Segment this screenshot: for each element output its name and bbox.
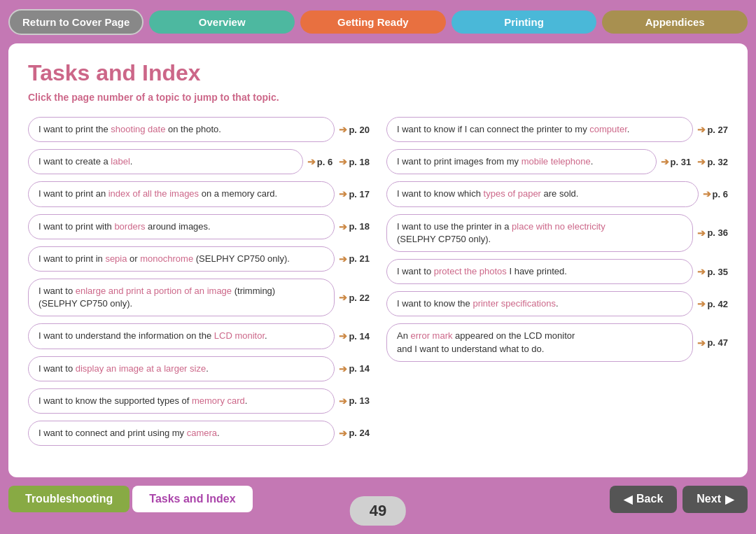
task-box[interactable]: I want to understand the information on … [28, 323, 335, 349]
next-button[interactable]: Next ▶ [682, 486, 748, 513]
back-button[interactable]: ◀ Back [610, 486, 677, 513]
getting-ready-button[interactable]: Getting Ready [300, 10, 446, 34]
printing-button[interactable]: Printing [451, 10, 597, 34]
highlight-specifications: printer specifications [472, 298, 556, 309]
task-box[interactable]: I want to print in sepia or monochrome (… [28, 246, 335, 272]
task-row: I want to print the shooting date on the… [28, 117, 370, 142]
page-link[interactable]: ➔ p. 20 [339, 124, 370, 135]
arrow-icon: ➔ [697, 337, 706, 349]
task-box[interactable]: I want to know if I can connect the prin… [386, 117, 693, 142]
arrow-icon: ➔ [339, 156, 347, 167]
task-row: I want to protect the photos I have prin… [386, 259, 728, 284]
page-link[interactable]: ➔ p. 17 [339, 188, 370, 199]
appendices-button[interactable]: Appendices [602, 10, 748, 34]
highlight-label: label [111, 156, 130, 167]
arrow-icon: ➔ [697, 156, 706, 167]
troubleshooting-button[interactable]: Troubleshooting [8, 486, 130, 512]
page-link[interactable]: ➔ p. 6 [703, 188, 728, 199]
highlight-index: index of all the images [108, 188, 199, 199]
arrow-icon: ➔ [339, 363, 347, 374]
task-row: I want to connect and print using my cam… [28, 421, 370, 446]
task-row: I want to create a label. ➔ p. 6 ➔ p. 18 [28, 149, 370, 174]
page-link[interactable]: ➔ p. 21 [339, 253, 370, 265]
highlight-enlarge: enlarge and print a portion of an image [76, 286, 232, 296]
task-box[interactable]: I want to print images from my mobile te… [386, 149, 657, 174]
task-box[interactable]: I want to print an index of all the imag… [28, 181, 335, 206]
arrow-icon: ➔ [697, 227, 706, 239]
main-content-area: Tasks and Index Click the page number of… [8, 43, 748, 477]
task-box[interactable]: I want to print with borders around imag… [28, 214, 335, 239]
arrow-icon: ➔ [661, 156, 669, 167]
highlight-no-electricity: place with no electricity [512, 221, 606, 232]
page-link[interactable]: ➔ p. 14 [339, 363, 370, 374]
arrow-icon: ➔ [307, 156, 316, 167]
page-title: Tasks and Index [28, 60, 728, 86]
next-label: Next [696, 493, 721, 505]
task-box[interactable]: I want to use the printer in a place wit… [386, 214, 693, 252]
highlight-mobile: mobile telephone [522, 156, 591, 167]
task-row: I want to print in sepia or monochrome (… [28, 246, 370, 272]
bottom-navigation: Troubleshooting Tasks and Index 49 ◀ Bac… [0, 477, 756, 521]
task-box[interactable]: I want to protect the photos I have prin… [386, 259, 693, 284]
task-row: I want to display an image at a larger s… [28, 356, 370, 381]
arrow-icon: ➔ [339, 124, 347, 135]
task-box[interactable]: I want to display an image at a larger s… [28, 356, 335, 381]
arrow-icon: ➔ [339, 395, 347, 407]
back-label: Back [636, 493, 663, 505]
arrow-icon: ➔ [339, 330, 347, 342]
arrow-icon: ➔ [339, 292, 347, 303]
page-link[interactable]: ➔ p. 31 ➔ p. 32 [661, 156, 728, 167]
back-arrow-icon: ◀ [624, 493, 632, 506]
highlight-memory-card: memory card [192, 395, 245, 406]
tasks-index-button[interactable]: Tasks and Index [132, 486, 252, 512]
top-navigation: Return to Cover Page Overview Getting Re… [0, 0, 756, 43]
page-link[interactable]: ➔ p. 13 [339, 395, 370, 407]
highlight-error-mark: error mark [411, 330, 453, 341]
page-number-badge: 49 [350, 496, 406, 526]
arrow-icon: ➔ [339, 221, 347, 232]
page-link[interactable]: ➔ p. 47 [697, 337, 728, 349]
page-link[interactable]: ➔ p. 35 [697, 266, 728, 277]
highlight-lcd: LCD monitor [214, 330, 265, 341]
task-box[interactable]: I want to know the printer specification… [386, 291, 693, 316]
page-link[interactable]: ➔ p. 36 [697, 227, 728, 239]
arrow-icon: ➔ [339, 428, 347, 439]
page-link[interactable]: ➔ p. 27 [697, 124, 728, 135]
right-column: I want to know if I can connect the prin… [386, 117, 728, 453]
return-to-cover-button[interactable]: Return to Cover Page [8, 9, 144, 35]
task-row: I want to enlarge and print a portion of… [28, 279, 370, 316]
highlight-computer: computer [589, 124, 626, 134]
task-box[interactable]: I want to create a label. [28, 149, 303, 174]
task-row: I want to print with borders around imag… [28, 214, 370, 239]
task-row: I want to print an index of all the imag… [28, 181, 370, 206]
arrow-icon: ➔ [697, 266, 706, 277]
task-box[interactable]: I want to know which types of paper are … [386, 181, 699, 206]
page-link[interactable]: ➔ p. 18 [339, 221, 370, 232]
highlight-display-larger: display an image at a larger size [76, 363, 206, 374]
task-box[interactable]: I want to print the shooting date on the… [28, 117, 335, 142]
page-link[interactable]: ➔ p. 6 ➔ p. 18 [307, 156, 370, 167]
highlight-monochrome: monochrome [140, 253, 193, 264]
left-column: I want to print the shooting date on the… [28, 117, 370, 453]
page-link[interactable]: ➔ p. 22 [339, 292, 370, 303]
arrow-icon: ➔ [339, 188, 347, 199]
highlight-paper-types: types of paper [484, 188, 541, 199]
arrow-icon: ➔ [339, 253, 347, 265]
content-columns: I want to print the shooting date on the… [28, 117, 728, 453]
page-link[interactable]: ➔ p. 24 [339, 428, 370, 439]
task-box[interactable]: An error mark appeared on the LCD monito… [386, 323, 693, 361]
task-box[interactable]: I want to know the supported types of me… [28, 388, 335, 414]
task-box[interactable]: I want to enlarge and print a portion of… [28, 279, 335, 316]
next-arrow-icon: ▶ [725, 493, 734, 506]
page-link[interactable]: ➔ p. 42 [697, 298, 728, 309]
arrow-icon: ➔ [697, 124, 706, 135]
back-next-navigation: ◀ Back Next ▶ [610, 486, 748, 513]
overview-button[interactable]: Overview [149, 10, 295, 34]
task-row: An error mark appeared on the LCD monito… [386, 323, 728, 361]
page-subtitle: Click the page number of a topic to jump… [28, 92, 728, 103]
task-row: I want to know which types of paper are … [386, 181, 728, 206]
highlight-protect-photos: protect the photos [434, 266, 507, 276]
highlight-shooting-date: shooting date [111, 124, 165, 134]
task-box[interactable]: I want to connect and print using my cam… [28, 421, 335, 446]
page-link[interactable]: ➔ p. 14 [339, 330, 370, 342]
